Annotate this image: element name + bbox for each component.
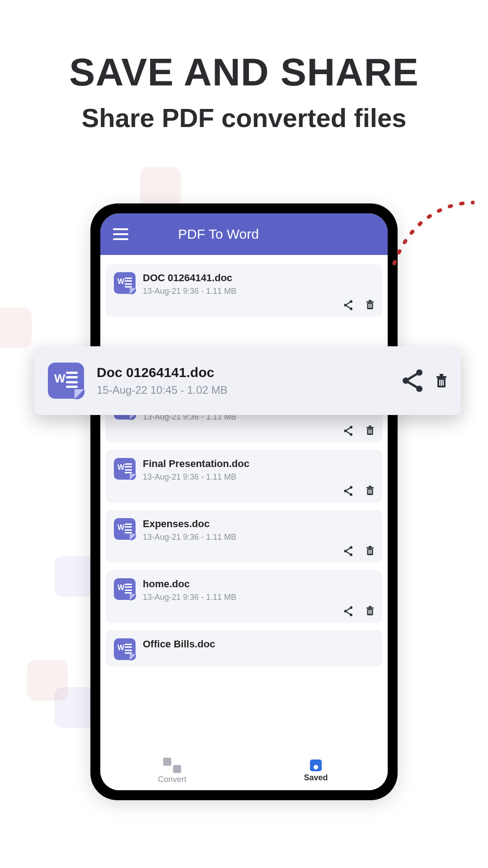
file-meta: 13-Aug-21 9:36 - 1.11 MB	[143, 593, 236, 602]
svg-point-2	[350, 307, 352, 310]
trash-icon[interactable]	[366, 486, 374, 495]
svg-point-38	[350, 613, 352, 616]
hero-title: SAVE AND SHARE	[0, 50, 488, 94]
svg-rect-33	[368, 550, 369, 554]
svg-point-29	[350, 553, 352, 556]
svg-point-10	[344, 429, 347, 432]
trash-icon[interactable]	[366, 300, 374, 310]
file-card[interactable]: home.doc13-Aug-21 9:36 - 1.11 MB	[106, 570, 382, 623]
word-doc-icon	[114, 578, 136, 600]
svg-point-27	[350, 546, 352, 549]
app-title: PDF To Word	[178, 226, 259, 242]
svg-rect-17	[371, 429, 372, 434]
spotlight-card[interactable]: Doc 01264141.doc 15-Aug-22 10:45 - 1.02 …	[34, 346, 461, 415]
svg-rect-40	[369, 606, 371, 608]
svg-rect-42	[368, 610, 369, 614]
svg-rect-22	[369, 486, 371, 487]
bottom-nav: Convert Saved	[100, 751, 388, 790]
svg-point-1	[344, 304, 347, 307]
file-card[interactable]: Expenses.doc13-Aug-21 9:36 - 1.11 MB	[106, 510, 382, 563]
file-name: home.doc	[143, 578, 236, 590]
svg-rect-44	[371, 610, 372, 614]
svg-point-37	[344, 610, 347, 613]
trash-icon[interactable]	[366, 425, 374, 435]
svg-rect-31	[369, 546, 371, 547]
svg-rect-12	[366, 427, 374, 429]
file-meta: 13-Aug-21 9:36 - 1.11 MB	[143, 472, 249, 482]
trash-icon[interactable]	[436, 373, 447, 388]
word-doc-icon	[114, 458, 136, 480]
svg-rect-21	[366, 487, 374, 489]
word-doc-icon	[114, 638, 136, 660]
word-doc-icon	[48, 363, 84, 399]
share-icon[interactable]	[343, 606, 353, 617]
file-meta: 13-Aug-21 9:36 - 1.11 MB	[143, 287, 236, 296]
svg-rect-26	[371, 490, 372, 494]
file-meta: 13-Aug-21 9:36 - 1.11 MB	[143, 533, 236, 542]
file-list: DOC 01264141.doc13-Aug-21 9:36 - 1.11 MB…	[100, 255, 388, 751]
tab-saved-label: Saved	[304, 773, 328, 783]
svg-point-20	[350, 493, 352, 496]
spotlight-filename: Doc 01264141.doc	[97, 365, 228, 380]
word-doc-icon	[114, 272, 136, 294]
svg-rect-35	[371, 550, 372, 554]
convert-icon	[163, 758, 181, 773]
svg-rect-30	[366, 547, 374, 549]
svg-rect-6	[368, 304, 369, 308]
svg-point-0	[350, 300, 352, 303]
share-icon[interactable]	[343, 546, 353, 557]
svg-rect-53	[443, 380, 444, 386]
trash-icon[interactable]	[366, 546, 374, 556]
svg-rect-24	[368, 490, 369, 494]
svg-point-9	[350, 426, 352, 429]
svg-rect-43	[370, 610, 371, 614]
svg-point-28	[344, 550, 347, 552]
svg-rect-16	[370, 429, 371, 434]
svg-point-36	[350, 606, 352, 609]
svg-rect-48	[436, 376, 446, 378]
svg-point-11	[350, 433, 352, 436]
svg-point-19	[344, 490, 347, 492]
svg-rect-25	[370, 490, 371, 494]
svg-rect-4	[369, 300, 371, 302]
file-name: DOC 01264141.doc	[143, 272, 236, 284]
file-name: Final Presentation.doc	[143, 458, 249, 470]
svg-rect-52	[441, 380, 442, 386]
file-card[interactable]: Final Presentation.doc13-Aug-21 9:36 - 1…	[106, 450, 382, 503]
share-icon[interactable]	[343, 486, 353, 496]
word-doc-icon	[114, 518, 136, 540]
share-icon[interactable]	[401, 368, 424, 393]
file-name: Office Bills.doc	[143, 638, 215, 650]
svg-rect-8	[371, 304, 372, 308]
file-name: Expenses.doc	[143, 518, 236, 530]
svg-rect-3	[366, 302, 374, 303]
tab-convert-label: Convert	[158, 775, 186, 784]
svg-rect-34	[370, 550, 371, 554]
file-card[interactable]: Office Bills.doc	[106, 630, 382, 666]
save-icon	[310, 760, 322, 771]
tab-convert[interactable]: Convert	[100, 751, 244, 790]
file-card[interactable]: DOC 01264141.doc13-Aug-21 9:36 - 1.11 MB	[106, 264, 382, 317]
share-icon[interactable]	[343, 425, 353, 436]
arrow-decoration	[339, 199, 474, 271]
svg-rect-13	[369, 426, 371, 427]
svg-rect-39	[366, 608, 374, 609]
spotlight-meta: 15-Aug-22 10:45 - 1.02 MB	[97, 384, 228, 396]
svg-rect-49	[440, 374, 443, 376]
svg-rect-7	[370, 304, 371, 308]
hero-subtitle: Share PDF converted files	[0, 103, 488, 133]
tab-saved[interactable]: Saved	[244, 751, 388, 790]
trash-icon[interactable]	[366, 606, 374, 616]
hamburger-menu-icon[interactable]	[113, 228, 128, 240]
svg-rect-15	[368, 429, 369, 434]
svg-rect-51	[439, 380, 441, 386]
svg-point-18	[350, 486, 352, 489]
share-icon[interactable]	[343, 300, 353, 311]
